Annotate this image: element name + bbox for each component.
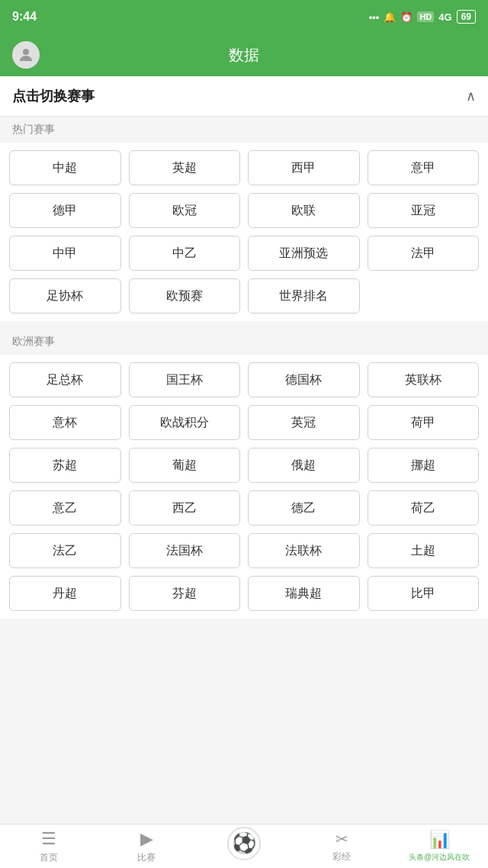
- sparkle-icon: ✂: [336, 830, 348, 848]
- hot-buttons-grid: 中超英超西甲意甲德甲欧冠欧联亚冠中甲中乙亚洲预选法甲足协杯欧预赛世界排名: [0, 143, 488, 321]
- euro-btn-16[interactable]: 法乙: [9, 533, 121, 568]
- nav-home[interactable]: ☰ 首页: [0, 825, 98, 868]
- euro-btn-8[interactable]: 苏超: [9, 448, 121, 483]
- hot-btn-3[interactable]: 意甲: [368, 150, 480, 185]
- euro-btn-10[interactable]: 俄超: [248, 448, 360, 483]
- euro-btn-4[interactable]: 意杯: [9, 405, 121, 440]
- hot-btn-4[interactable]: 德甲: [9, 193, 121, 228]
- toggle-title: 点击切换赛事: [12, 87, 95, 105]
- euro-btn-1[interactable]: 国王杯: [129, 362, 241, 397]
- euro-btn-0[interactable]: 足总杯: [9, 362, 121, 397]
- nav-lottery-label: 彩经: [332, 850, 351, 863]
- hot-btn-9[interactable]: 中乙: [129, 236, 241, 271]
- signal-bars: 4G: [438, 11, 451, 23]
- euro-section-label: 欧洲赛事: [0, 329, 488, 355]
- content-area: 点击切换赛事 ∧ 热门赛事 中超英超西甲意甲德甲欧冠欧联亚冠中甲中乙亚洲预选法甲…: [0, 76, 488, 670]
- euro-btn-9[interactable]: 葡超: [129, 448, 241, 483]
- hot-btn-6[interactable]: 欧联: [248, 193, 360, 228]
- hot-btn-12[interactable]: 足协杯: [9, 278, 121, 313]
- nav-headline[interactable]: 📊 头条@河边风在吹: [390, 825, 488, 868]
- euro-btn-21[interactable]: 芬超: [129, 576, 241, 611]
- euro-btn-20[interactable]: 丹超: [9, 576, 121, 611]
- euro-btn-17[interactable]: 法国杯: [129, 533, 241, 568]
- football-icon: ⚽: [227, 827, 261, 860]
- euro-btn-13[interactable]: 西乙: [129, 490, 241, 526]
- euro-btn-19[interactable]: 土超: [368, 533, 480, 568]
- euro-btn-5[interactable]: 欧战积分: [129, 405, 241, 440]
- hot-btn-10[interactable]: 亚洲预选: [248, 236, 360, 271]
- euro-btn-18[interactable]: 法联杯: [248, 533, 360, 568]
- nav-home-label: 首页: [40, 851, 58, 864]
- nav-match[interactable]: ▶ 比赛: [98, 825, 195, 868]
- page-title: 数据: [229, 45, 259, 66]
- euro-btn-12[interactable]: 意乙: [9, 490, 121, 526]
- section-toggle[interactable]: 点击切换赛事 ∧: [0, 76, 488, 117]
- hot-btn-13[interactable]: 欧预赛: [129, 278, 241, 313]
- status-bar: 9:44 ••• 🔔 ⏰ HD 4G 69: [0, 0, 488, 34]
- hot-btn-0[interactable]: 中超: [9, 150, 121, 185]
- hd-badge: HD: [417, 11, 434, 22]
- hot-btn-8[interactable]: 中甲: [9, 236, 121, 271]
- euro-btn-15[interactable]: 荷乙: [368, 490, 480, 526]
- home-icon: ☰: [41, 829, 56, 849]
- signal-dots: •••: [369, 11, 380, 23]
- app-header: 数据: [0, 34, 488, 76]
- hot-section-label: 热门赛事: [0, 117, 488, 143]
- chart-icon: 📊: [429, 830, 450, 850]
- svg-point-0: [23, 49, 29, 55]
- euro-buttons-grid: 足总杯国王杯德国杯英联杯意杯欧战积分英冠荷甲苏超葡超俄超挪超意乙西乙德乙荷乙法乙…: [0, 355, 488, 619]
- nav-lottery[interactable]: ✂ 彩经: [293, 825, 390, 868]
- euro-btn-6[interactable]: 英冠: [248, 405, 360, 440]
- play-icon: ▶: [140, 829, 153, 849]
- hot-btn-11[interactable]: 法甲: [368, 236, 480, 271]
- hot-btn-14[interactable]: 世界排名: [248, 278, 360, 313]
- nav-headline-label: 头条@河边风在吹: [409, 852, 470, 863]
- euro-btn-7[interactable]: 荷甲: [368, 405, 480, 440]
- nav-match-label: 比赛: [137, 851, 156, 864]
- hot-btn-1[interactable]: 英超: [129, 150, 241, 185]
- bell-icon: 🔔: [384, 11, 396, 23]
- chevron-up-icon: ∧: [466, 88, 476, 104]
- hot-btn-7[interactable]: 亚冠: [368, 193, 480, 228]
- euro-btn-11[interactable]: 挪超: [368, 448, 480, 483]
- hot-btn-2[interactable]: 西甲: [248, 150, 360, 185]
- euro-btn-3[interactable]: 英联杯: [368, 362, 480, 397]
- battery: 69: [457, 10, 476, 24]
- nav-football[interactable]: ⚽: [195, 818, 293, 868]
- euro-btn-22[interactable]: 瑞典超: [248, 576, 360, 611]
- section-separator: [0, 321, 488, 329]
- avatar[interactable]: [12, 41, 40, 69]
- status-time: 9:44: [12, 10, 37, 24]
- hot-btn-5[interactable]: 欧冠: [129, 193, 241, 228]
- status-icons: ••• 🔔 ⏰ HD 4G 69: [369, 10, 476, 24]
- euro-btn-14[interactable]: 德乙: [248, 490, 360, 526]
- bottom-nav: ☰ 首页 ▶ 比赛 ⚽ ✂ 彩经 📊 头条@河边风在吹: [0, 824, 488, 868]
- euro-btn-23[interactable]: 比甲: [368, 576, 480, 611]
- clock-icon: ⏰: [400, 11, 413, 23]
- euro-btn-2[interactable]: 德国杯: [248, 362, 360, 397]
